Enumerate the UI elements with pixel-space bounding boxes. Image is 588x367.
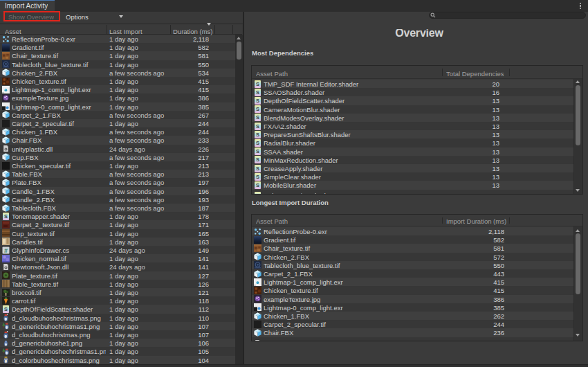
svg-text:S: S	[256, 148, 259, 154]
svg-text:S: S	[256, 174, 259, 180]
svg-text:S: S	[256, 98, 259, 104]
svg-text:S: S	[4, 213, 8, 220]
svg-text:S: S	[256, 106, 259, 112]
svg-text:S: S	[256, 193, 259, 195]
svg-text:S: S	[4, 306, 8, 312]
svg-text:S: S	[256, 81, 259, 87]
svg-text:S: S	[256, 132, 259, 138]
svg-text:S: S	[256, 157, 259, 163]
svg-text:S: S	[256, 165, 259, 172]
svg-text:S: S	[256, 182, 259, 188]
svg-text:S: S	[256, 89, 259, 96]
svg-text:#: #	[4, 247, 8, 253]
svg-text:S: S	[256, 140, 259, 146]
svg-text:S: S	[256, 123, 259, 129]
svg-text:S: S	[256, 115, 259, 121]
